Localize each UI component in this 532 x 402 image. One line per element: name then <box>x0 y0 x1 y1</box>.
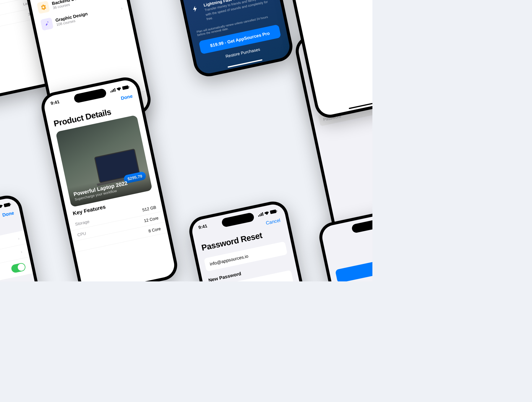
battery-icon <box>122 85 130 90</box>
brush-icon <box>40 17 53 31</box>
svg-rect-15 <box>259 214 261 216</box>
battery-icon <box>4 202 11 208</box>
cta-fragment-screen: Cancel <box>320 208 372 281</box>
svg-rect-25 <box>10 204 11 205</box>
status-time: 9:41 <box>50 99 60 106</box>
settings-screen: Done gs ation› count Details› nt Size <box>0 196 58 281</box>
password-reset-screen: 9:41 Cancel Password Reset info@appsourc… <box>190 202 324 281</box>
chevron-right-icon: › <box>121 6 123 11</box>
login-fragment-screen: Login <box>279 0 372 117</box>
svg-rect-19 <box>276 210 277 211</box>
signal-icon <box>110 88 116 92</box>
svg-rect-16 <box>261 213 262 216</box>
done-button[interactable]: Done <box>120 93 133 101</box>
svg-rect-4 <box>110 91 111 93</box>
product-details-screen: 9:41 Done Product Details $295.79 Powerf… <box>42 78 176 281</box>
svg-rect-14 <box>258 215 259 217</box>
paywall-screen: Mobile Banking Reimagined 🎉 Innovative M… <box>158 0 292 76</box>
svg-rect-6 <box>113 89 114 92</box>
svg-rect-7 <box>114 88 116 91</box>
status-time: 9:41 <box>198 223 208 230</box>
lightning-icon <box>191 4 201 14</box>
svg-rect-5 <box>112 90 113 92</box>
done-button[interactable]: Done <box>2 210 14 218</box>
home-indicator <box>228 59 262 68</box>
wifi-icon <box>116 87 121 91</box>
signal-icon <box>258 212 264 216</box>
svg-rect-9 <box>129 86 129 87</box>
svg-rect-18 <box>270 209 277 214</box>
wifi-icon <box>264 211 269 215</box>
chevron-right-icon: › <box>17 236 20 241</box>
home-indicator <box>349 100 372 109</box>
toggle-switch[interactable] <box>11 262 26 273</box>
chevron-right-icon: › <box>20 249 23 254</box>
svg-rect-24 <box>4 202 10 207</box>
cancel-button[interactable]: Cancel <box>265 218 281 226</box>
wifi-icon <box>0 204 3 209</box>
battery-icon <box>270 209 278 214</box>
svg-rect-17 <box>262 212 263 215</box>
svg-rect-8 <box>122 85 129 90</box>
gear-icon <box>37 1 50 14</box>
